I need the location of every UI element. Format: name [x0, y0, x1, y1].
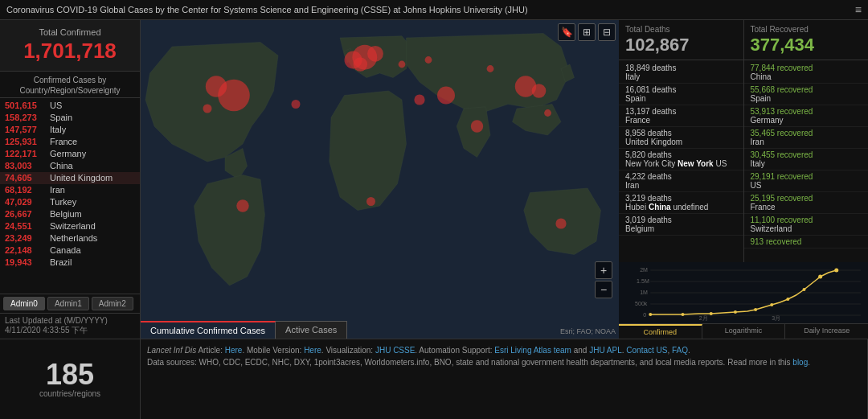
deaths-panel: Total Deaths 102,867 — [619, 20, 744, 60]
svg-point-40 — [802, 288, 805, 291]
last-updated: Last Updated at (M/D/YYYY) 4/11/2020 4:3… — [0, 313, 140, 339]
bottom-row: 185 countries/regions Lancet Inf Dis Art… — [0, 339, 868, 419]
chart-tab-0[interactable]: Confirmed — [619, 324, 702, 339]
countries-label: countries/regions — [39, 389, 100, 398]
tab-cumulative[interactable]: Cumulative Confirmed Cases — [141, 321, 276, 339]
menu-icon[interactable]: ≡ — [855, 3, 862, 16]
recovered-list[interactable]: 77,844 recoveredChina55,668 recoveredSpa… — [744, 60, 869, 262]
list-item[interactable]: 158,273Spain — [0, 112, 140, 124]
list-item[interactable]: 125,931France — [0, 136, 140, 148]
list-item: 29,191 recoveredUS — [744, 170, 869, 192]
list-item[interactable]: 47,029Turkey — [0, 196, 140, 208]
main-content: Total Confirmed 1,701,718 Confirmed Case… — [0, 20, 868, 339]
table-icon[interactable]: ⊞ — [578, 23, 596, 41]
stats-panels: Total Deaths 102,867 Total Recovered 377… — [619, 20, 868, 60]
bottom-left: 185 countries/regions — [0, 339, 141, 419]
total-confirmed-value: 1,701,718 — [3, 39, 137, 64]
list-item: 913 recovered — [744, 236, 869, 249]
list-item[interactable]: 122,171Germany — [0, 148, 140, 160]
chart-tabs: ConfirmedLogarithmicDaily Increase — [619, 323, 868, 339]
list-item: 11,100 recoveredSwitzerland — [744, 214, 869, 236]
svg-point-35 — [710, 312, 713, 315]
chart-container: 2M 1.5M 1M 500k 0 2月 3月 — [619, 262, 868, 323]
stats-lists: 18,849 deathsItaly16,081 deathsSpain13,1… — [619, 60, 868, 262]
map-credit: Esri; FAO; NOAA — [560, 327, 616, 335]
svg-text:3月: 3月 — [772, 315, 780, 321]
svg-point-34 — [681, 313, 684, 316]
svg-point-36 — [734, 310, 737, 314]
zoom-out-button[interactable]: − — [595, 281, 612, 298]
svg-point-37 — [754, 308, 757, 311]
list-item: 8,958 deathsUnited Kingdom — [619, 127, 743, 149]
info-text: Lancet Inf Dis Article: Here. Mobile Ver… — [147, 346, 810, 367]
list-item[interactable]: 26,667Belgium — [0, 208, 140, 220]
list-item: 3,219 deathsHubei China undefined — [619, 192, 743, 214]
zoom-in-button[interactable]: + — [595, 261, 612, 279]
list-item[interactable]: 147,577Italy — [0, 124, 140, 136]
svg-point-41 — [818, 275, 822, 279]
list-item: 18,849 deathsItaly — [619, 62, 743, 84]
svg-text:0: 0 — [643, 312, 646, 318]
svg-text:1.5M: 1.5M — [637, 278, 649, 284]
list-item: 30,455 recoveredItaly — [744, 149, 869, 170]
list-item: 4,232 deathsIran — [619, 170, 743, 192]
svg-point-38 — [770, 303, 773, 306]
map-container[interactable]: 🔖 ⊞ ⊟ + − Esri; FAO; NOAA Cumulative Con… — [141, 20, 619, 339]
recovered-panel: Total Recovered 377,434 — [744, 20, 869, 60]
svg-text:500k: 500k — [635, 301, 648, 306]
header: Coronavirus COVID-19 Global Cases by the… — [0, 0, 868, 20]
total-confirmed-label: Total Confirmed — [3, 27, 137, 39]
list-item: 53,913 recoveredGermany — [744, 105, 869, 127]
list-item: 3,019 deathsBelgium — [619, 214, 743, 236]
map-tabs: Cumulative Confirmed Cases Active Cases — [141, 321, 347, 339]
list-item[interactable]: 19,943Brazil — [0, 257, 140, 269]
admin-tab-admin2[interactable]: Admin2 — [92, 297, 133, 310]
list-item[interactable]: 24,551Switzerland — [0, 220, 140, 232]
list-item: 13,197 deathsFrance — [619, 105, 743, 127]
map-zoom-controls: + − — [595, 261, 612, 298]
country-list[interactable]: 501,615US158,273Spain147,577Italy125,931… — [0, 98, 140, 294]
bookmark-icon[interactable]: 🔖 — [558, 23, 575, 41]
admin-tab-admin1[interactable]: Admin1 — [47, 297, 89, 310]
list-item: 35,465 recoveredIran — [744, 127, 869, 149]
svg-point-42 — [834, 269, 838, 273]
header-title: Coronavirus COVID-19 Global Cases by the… — [6, 5, 528, 14]
svg-text:1M: 1M — [640, 290, 648, 295]
map-toolbar: 🔖 ⊞ ⊟ — [558, 23, 616, 41]
list-item[interactable]: 83,003China — [0, 160, 140, 172]
list-item[interactable]: 22,148Canada — [0, 244, 140, 257]
svg-text:2M: 2M — [640, 267, 648, 273]
chart-panel: 2M 1.5M 1M 500k 0 2月 3月 — [619, 262, 868, 339]
chart-tab-2[interactable]: Daily Increase — [785, 324, 868, 339]
recovered-value: 377,434 — [751, 35, 862, 55]
total-confirmed-box: Total Confirmed 1,701,718 — [0, 20, 140, 72]
list-item[interactable]: 74,605United Kingdom — [0, 172, 140, 184]
svg-text:2月: 2月 — [699, 315, 708, 321]
admin-tabs: Admin0Admin1Admin2 — [0, 294, 140, 313]
tab-active[interactable]: Active Cases — [276, 321, 347, 339]
admin-tab-admin0[interactable]: Admin0 — [3, 297, 45, 310]
country-list-header: Confirmed Cases byCountry/Region/Soverei… — [0, 72, 140, 98]
recovered-label: Total Recovered — [751, 25, 862, 34]
list-item: 16,081 deathsSpain — [619, 84, 743, 105]
deaths-list[interactable]: 18,849 deathsItaly16,081 deathsSpain13,1… — [619, 60, 744, 262]
svg-point-33 — [649, 313, 652, 316]
right-panels: Total Deaths 102,867 Total Recovered 377… — [619, 20, 868, 339]
bottom-info: Lancet Inf Dis Article: Here. Mobile Ver… — [141, 339, 868, 419]
list-item: 5,820 deathsNew York City New York US — [619, 149, 743, 170]
list-item: 77,844 recoveredChina — [744, 62, 869, 84]
chart-tab-1[interactable]: Logarithmic — [702, 324, 786, 339]
deaths-label: Total Deaths — [625, 25, 737, 34]
countries-count: 185 — [46, 360, 94, 389]
list-item[interactable]: 23,249Netherlands — [0, 232, 140, 244]
svg-point-39 — [786, 298, 789, 301]
grid-icon[interactable]: ⊟ — [598, 23, 616, 41]
left-panel: Total Confirmed 1,701,718 Confirmed Case… — [0, 20, 141, 339]
list-item: 25,195 recoveredFrance — [744, 192, 869, 214]
deaths-value: 102,867 — [625, 35, 737, 55]
list-item: 55,668 recoveredSpain — [744, 84, 869, 105]
list-item[interactable]: 501,615US — [0, 100, 140, 112]
list-item[interactable]: 68,192Iran — [0, 184, 140, 196]
